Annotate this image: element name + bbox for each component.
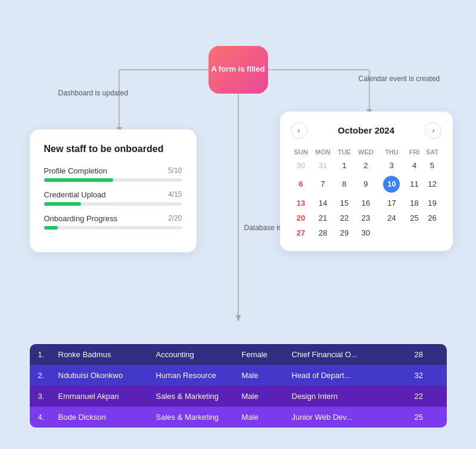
calendar-day[interactable]: 14 xyxy=(312,196,335,210)
calendar-day[interactable]: 6 xyxy=(291,173,312,196)
calendar-day[interactable]: 20 xyxy=(291,210,312,225)
progress-label-profile: Profile Completion xyxy=(44,166,107,175)
calendar-day[interactable]: 18 xyxy=(406,196,423,210)
data-table: 1. Ronke Badmus Accounting Female Chief … xyxy=(30,344,447,428)
calendar-day[interactable]: 27 xyxy=(291,225,312,240)
calendar-day[interactable]: 8 xyxy=(334,173,354,196)
table-row[interactable]: 1. Ronke Badmus Accounting Female Chief … xyxy=(30,344,447,365)
calendar-day[interactable]: 25 xyxy=(406,210,423,225)
progress-bar-onboarding-fill xyxy=(44,226,58,230)
row-name: Ndubuisi Okonkwo xyxy=(58,371,154,380)
progress-bar-onboarding-bg xyxy=(44,226,182,230)
calendar-day[interactable]: 31 xyxy=(312,158,335,173)
row-dept: Sales & Marketing xyxy=(156,413,239,422)
progress-bar-profile-fill xyxy=(44,178,113,182)
row-num: 4. xyxy=(38,413,56,422)
calendar-day[interactable]: 29 xyxy=(334,225,354,240)
calendar-day[interactable]: 17 xyxy=(377,196,406,210)
calendar-day[interactable]: 22 xyxy=(334,210,354,225)
row-num: 1. xyxy=(38,350,56,359)
calendar-day[interactable]: 28 xyxy=(312,225,335,240)
table-row[interactable]: 4. Bode Dickson Sales & Marketing Male J… xyxy=(30,407,447,428)
table-row[interactable]: 3. Emmanuel Akpan Sales & Marketing Male… xyxy=(30,386,447,407)
row-age: 25 xyxy=(415,413,438,422)
calendar-day[interactable]: 19 xyxy=(422,196,441,210)
row-dept: Sales & Marketing xyxy=(156,392,239,401)
row-name: Ronke Badmus xyxy=(58,350,154,359)
progress-value-credential: 4/15 xyxy=(168,190,182,199)
row-gender: Female xyxy=(242,350,290,359)
progress-item-credential: Credential Upload 4/15 xyxy=(44,190,182,206)
row-name: Emmanuel Akpan xyxy=(58,392,154,401)
calendar-day[interactable]: 7 xyxy=(312,173,335,196)
progress-label-onboarding: Onboarding Progress xyxy=(44,214,118,223)
calendar-day[interactable]: 30 xyxy=(291,158,312,173)
calendar-day[interactable] xyxy=(377,225,406,240)
row-role: Junior Web Dev... xyxy=(292,413,412,422)
calendar-day[interactable]: 30 xyxy=(354,225,378,240)
calendar-day[interactable]: 21 xyxy=(312,210,335,225)
row-age: 22 xyxy=(415,392,438,401)
row-name: Bode Dickson xyxy=(58,413,154,422)
label-calendar-created: Calendar event is created xyxy=(359,75,440,84)
progress-bar-credential-bg xyxy=(44,202,182,206)
row-dept: Accounting xyxy=(156,350,239,359)
row-num: 3. xyxy=(38,392,56,401)
row-age: 32 xyxy=(415,371,438,380)
calendar-grid: SUN MON TUE WED THU FRI SAT 303112345678… xyxy=(291,146,442,240)
progress-bar-profile-bg xyxy=(44,178,182,182)
progress-label-credential: Credential Upload xyxy=(44,190,106,199)
calendar-next-button[interactable]: › xyxy=(425,122,441,139)
progress-value-onboarding: 2/20 xyxy=(168,214,182,222)
progress-item-profile: Profile Completion 5/10 xyxy=(44,166,182,182)
dashboard-card: New staff to be onboarded Profile Comple… xyxy=(30,129,197,252)
table-row[interactable]: 2. Ndubuisi Okonkwo Human Resource Male … xyxy=(30,365,447,386)
row-age: 28 xyxy=(415,350,438,359)
main-container: Dashboard is updated Calendar event is c… xyxy=(12,10,465,439)
cal-header-sat: SAT xyxy=(422,146,441,158)
calendar-day[interactable]: 15 xyxy=(334,196,354,210)
calendar-header: ‹ October 2024 › xyxy=(291,122,442,139)
cal-header-thu: THU xyxy=(377,146,406,158)
row-role: Chief Financial O... xyxy=(292,350,412,359)
calendar-day[interactable]: 10 xyxy=(377,173,406,196)
cal-header-mon: MON xyxy=(312,146,335,158)
calendar-day[interactable]: 1 xyxy=(334,158,354,173)
calendar-day[interactable]: 4 xyxy=(406,158,423,173)
row-gender: Male xyxy=(242,371,290,380)
row-gender: Male xyxy=(242,392,290,401)
calendar-day[interactable]: 5 xyxy=(422,158,441,173)
calendar-day[interactable]: 26 xyxy=(422,210,441,225)
cal-header-tue: TUE xyxy=(334,146,354,158)
calendar-day[interactable]: 9 xyxy=(354,173,378,196)
progress-bar-credential-fill xyxy=(44,202,82,206)
progress-value-profile: 5/10 xyxy=(168,166,182,175)
calendar-prev-button[interactable]: ‹ xyxy=(291,122,307,139)
row-role: Design Intern xyxy=(292,392,412,401)
row-num: 2. xyxy=(38,371,56,380)
cal-header-wed: WED xyxy=(354,146,378,158)
calendar-day[interactable]: 24 xyxy=(377,210,406,225)
form-node: A form is filled xyxy=(209,46,268,94)
cal-header-sun: SUN xyxy=(291,146,312,158)
calendar-day[interactable] xyxy=(406,225,423,240)
calendar-day[interactable]: 23 xyxy=(354,210,378,225)
calendar-card: ‹ October 2024 › SUN MON TUE WED THU FRI… xyxy=(280,112,453,251)
calendar-day[interactable]: 16 xyxy=(354,196,378,210)
calendar-title: October 2024 xyxy=(338,125,394,135)
calendar-day[interactable] xyxy=(422,225,441,240)
label-dashboard-updated: Dashboard is updated xyxy=(58,89,128,98)
calendar-day[interactable]: 11 xyxy=(406,173,423,196)
row-role: Head of Depart... xyxy=(292,371,412,380)
calendar-day[interactable]: 12 xyxy=(422,173,441,196)
calendar-day[interactable]: 13 xyxy=(291,196,312,210)
dashboard-title: New staff to be onboarded xyxy=(44,144,182,154)
row-gender: Male xyxy=(242,413,290,422)
row-dept: Human Resource xyxy=(156,371,239,380)
cal-header-fri: FRI xyxy=(406,146,423,158)
calendar-day[interactable]: 2 xyxy=(354,158,378,173)
calendar-day[interactable]: 3 xyxy=(377,158,406,173)
progress-item-onboarding: Onboarding Progress 2/20 xyxy=(44,214,182,230)
